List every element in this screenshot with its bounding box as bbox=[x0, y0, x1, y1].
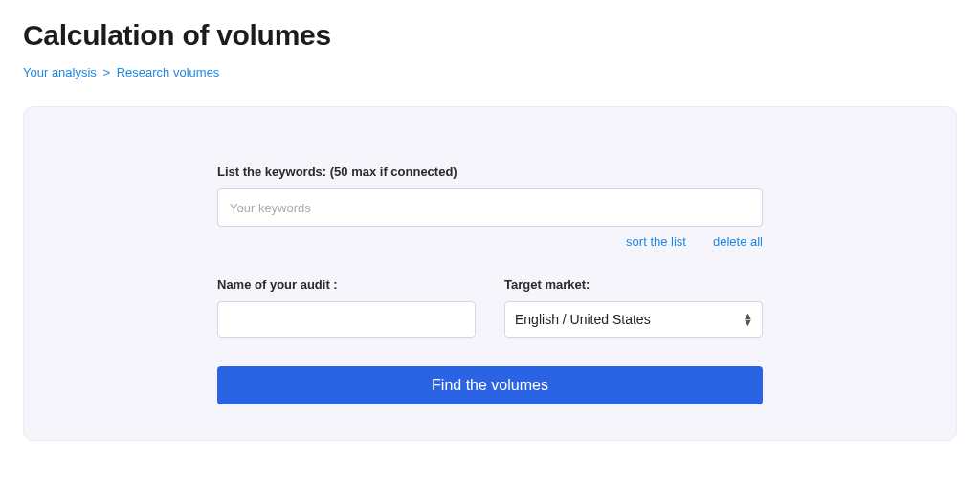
target-market-label: Target market: bbox=[504, 277, 763, 292]
target-market-select[interactable]: English / United States bbox=[504, 301, 763, 338]
breadcrumb-current-link[interactable]: Research volumes bbox=[117, 65, 220, 79]
form-panel: List the keywords: (50 max if connected)… bbox=[23, 106, 957, 441]
find-volumes-button[interactable]: Find the volumes bbox=[217, 366, 763, 404]
breadcrumb-separator: > bbox=[102, 65, 110, 79]
breadcrumb-home-link[interactable]: Your analysis bbox=[23, 65, 97, 79]
page-title: Calculation of volumes bbox=[23, 19, 957, 52]
keywords-input[interactable] bbox=[217, 188, 763, 227]
audit-name-input[interactable] bbox=[217, 301, 476, 338]
delete-all-link[interactable]: delete all bbox=[713, 234, 763, 249]
breadcrumb: Your analysis > Research volumes bbox=[23, 65, 957, 79]
audit-name-label: Name of your audit : bbox=[217, 277, 476, 292]
keywords-label: List the keywords: (50 max if connected) bbox=[217, 164, 763, 179]
sort-list-link[interactable]: sort the list bbox=[626, 234, 686, 249]
